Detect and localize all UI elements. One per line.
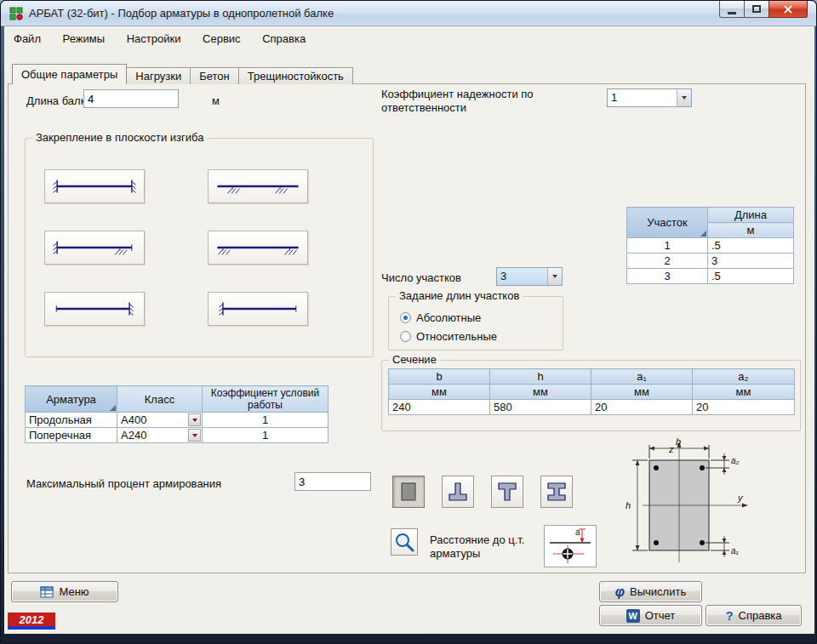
scheme-pinned-pinned-button[interactable] — [208, 231, 308, 265]
sort-indicator-icon — [700, 231, 706, 237]
rebar-factor-cell[interactable]: 1 — [203, 428, 329, 443]
window-controls — [720, 1, 808, 18]
scheme-fixed-fixed-button[interactable] — [44, 169, 145, 203]
restraint-group: Закрепление в плоскости изгиба — [25, 138, 374, 357]
section-unit: мм — [490, 385, 591, 400]
maximize-icon — [752, 5, 761, 13]
segment-length-cell[interactable]: 3 — [708, 254, 794, 269]
safety-factor-combo[interactable]: 1 — [607, 88, 692, 107]
section-header-b: b — [389, 369, 490, 385]
magnifier-icon — [393, 531, 415, 553]
tab-loads[interactable]: Нагрузки — [126, 67, 191, 84]
segments-count-combo[interactable]: 3 — [496, 267, 563, 286]
minimize-icon — [728, 12, 736, 14]
segment-length-cell[interactable]: .5 — [708, 238, 794, 254]
chevron-down-icon[interactable] — [188, 413, 201, 426]
dim-a2-label: a₂ — [731, 456, 740, 465]
help-button[interactable]: ? Справка — [706, 605, 802, 626]
section-group-label: Сечение — [389, 353, 440, 366]
dim-h-label: h — [626, 500, 631, 510]
beam-scheme-icon — [211, 236, 305, 259]
segment-mode-group-label: Задание длин участков — [396, 289, 523, 302]
menu-button-label: Меню — [59, 585, 89, 598]
max-reinforcement-label: Максимальный процент армирования — [26, 477, 221, 490]
dim-z-label: z — [668, 444, 674, 454]
section-value-b[interactable]: 240 — [389, 400, 490, 415]
close-icon — [783, 5, 793, 14]
shape-tee-inverted-button[interactable] — [442, 476, 474, 508]
scheme-cantilever-left-button[interactable] — [208, 292, 308, 326]
menu-settings[interactable]: Настройки — [117, 27, 191, 49]
section-value-h[interactable]: 580 — [490, 400, 591, 415]
scheme-cantilever-right-button[interactable] — [44, 292, 145, 326]
table-row: Продольная А400 1 — [26, 413, 329, 428]
rebar-type-cell: Продольная — [26, 413, 117, 428]
section-unit: мм — [591, 385, 693, 400]
segment-mode-group: Задание длин участков Абсолютные Относит… — [388, 296, 563, 350]
rebar-header: Арматура — [26, 386, 117, 413]
shape-rectangle-button[interactable] — [392, 476, 425, 508]
rebar-factor-cell[interactable]: 1 — [203, 413, 329, 428]
rebar-class-cell[interactable]: А400 — [117, 413, 203, 428]
close-button[interactable] — [768, 1, 808, 18]
minimize-button[interactable] — [719, 1, 745, 18]
radio-absolute-icon[interactable] — [400, 312, 411, 323]
tee-section-icon — [493, 480, 522, 504]
menu-file[interactable]: Файл — [4, 27, 50, 49]
rebar-distance-diagram: a — [544, 525, 597, 567]
shape-tee-button[interactable] — [491, 476, 523, 508]
chevron-down-icon[interactable] — [547, 268, 562, 285]
ibeam-section-icon — [542, 480, 571, 504]
segment-length-cell[interactable]: .5 — [708, 269, 794, 284]
calculate-button[interactable]: φ Вычислить — [599, 581, 702, 602]
radio-relative-label: Относительные — [416, 330, 497, 343]
beam-length-unit: м — [212, 94, 220, 107]
report-icon: W — [626, 609, 640, 623]
beam-scheme-icon — [211, 174, 305, 198]
scheme-fixed-pinned-button[interactable] — [44, 231, 145, 265]
rebar-factor-header: Коэффициент условий работы — [203, 386, 329, 413]
restraint-group-label: Закрепление в плоскости изгиба — [32, 131, 207, 144]
menu-service[interactable]: Сервис — [193, 27, 250, 49]
tab-concrete[interactable]: Бетон — [190, 67, 239, 84]
shape-ibeam-button[interactable] — [540, 476, 573, 508]
calculate-icon: φ — [615, 585, 625, 599]
segments-table-unit: м — [708, 223, 794, 238]
title-bar[interactable]: АРБАТ (32-бит) - Подбор арматуры в одноп… — [1, 1, 816, 26]
radio-absolute[interactable]: Абсолютные — [400, 311, 481, 324]
section-value-a1[interactable]: 20 — [591, 400, 693, 415]
segment-number-cell: 3 — [627, 269, 708, 284]
beam-scheme-icon — [48, 174, 141, 198]
beam-length-input[interactable] — [83, 89, 179, 108]
rebar-class-cell[interactable]: А240 — [117, 428, 203, 443]
chevron-down-icon[interactable] — [188, 429, 201, 442]
table-row: Поперечная А240 1 — [26, 428, 329, 443]
menu-modes[interactable]: Режимы — [54, 27, 114, 49]
calculate-button-label: Вычислить — [630, 585, 686, 598]
radio-relative[interactable]: Относительные — [400, 330, 497, 343]
segments-table-header-segment: Участок — [627, 208, 708, 238]
report-button[interactable]: W Отчет — [599, 605, 702, 626]
beam-scheme-icon — [211, 297, 305, 321]
beam-scheme-icon — [48, 297, 141, 321]
chevron-down-icon[interactable] — [677, 89, 691, 106]
tab-general[interactable]: Общие параметры — [12, 64, 127, 84]
segment-number-cell: 2 — [627, 254, 708, 269]
section-value-a2[interactable]: 20 — [693, 400, 795, 415]
rebar-type-cell: Поперечная — [26, 428, 117, 443]
scheme-pinned-inset-button[interactable] — [208, 169, 308, 203]
radio-relative-icon[interactable] — [400, 331, 411, 342]
tab-crack[interactable]: Трещиностойкость — [238, 67, 353, 84]
safety-factor-value: 1 — [608, 89, 677, 106]
help-button-label: Справка — [739, 609, 782, 622]
rebar-distance-icon: a — [545, 526, 596, 567]
app-icon — [9, 7, 23, 20]
dim-a1-label: a₁ — [731, 546, 739, 556]
menu-button[interactable]: Меню — [11, 581, 118, 602]
safety-factor-label: Коэффициент надежности по ответственност… — [381, 88, 601, 115]
maximize-button[interactable] — [744, 1, 769, 18]
max-reinforcement-input[interactable] — [294, 472, 371, 491]
rebar-distance-button[interactable] — [391, 528, 418, 556]
tab-strip: Общие параметры Нагрузки Бетон Трещиност… — [13, 65, 353, 84]
menu-help[interactable]: Справка — [253, 27, 315, 49]
